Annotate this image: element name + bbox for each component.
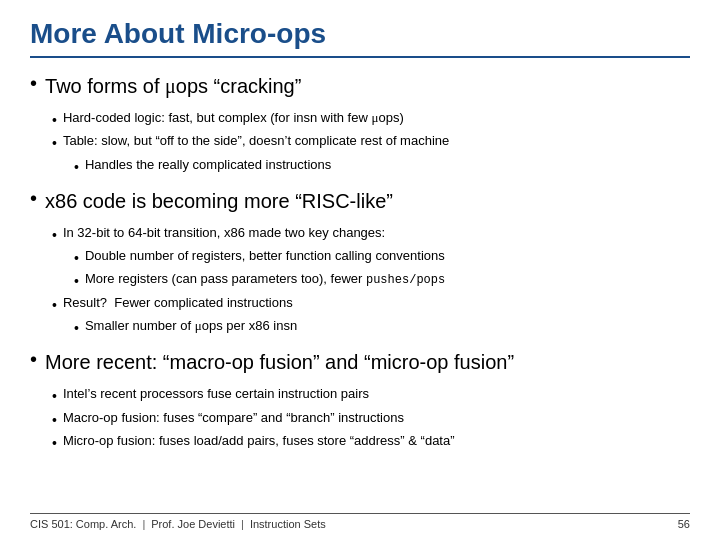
bullet-l2-2-2: • Result? Fewer complicated instructions (52, 294, 690, 315)
bullet-dot: • (30, 185, 37, 211)
bullet-l2-1-2: • Table: slow, but “off to the side”, do… (52, 132, 690, 153)
slide-footer: CIS 501: Comp. Arch. | Prof. Joe Deviett… (30, 513, 690, 530)
slide: More About Micro-ops • Two forms of μops… (0, 0, 720, 540)
bullet-dot: • (52, 295, 57, 315)
bullet-l2-3-1: • Intel’s recent processors fuse certain… (52, 385, 690, 406)
bullet-dot: • (52, 110, 57, 130)
footer-sep-2: | (241, 518, 244, 530)
footer-left: CIS 501: Comp. Arch. | Prof. Joe Deviett… (30, 518, 326, 530)
bullet-dot: • (30, 70, 37, 96)
bullet-dot: • (52, 386, 57, 406)
slide-title: More About Micro-ops (30, 18, 690, 58)
bullet-l3-2-1-1: • Double number of registers, better fun… (74, 247, 690, 268)
section-1: • Two forms of μops “cracking” • Hard-co… (30, 72, 690, 177)
bullet-text: Smaller number of μops per x86 insn (85, 317, 690, 336)
bullet-l2-3-3: • Micro-op fusion: fuses load/add pairs,… (52, 432, 690, 453)
bullet-l3-2-2-1: • Smaller number of μops per x86 insn (74, 317, 690, 338)
bullet-text: More registers (can pass parameters too)… (85, 270, 690, 289)
footer-sep-1: | (142, 518, 145, 530)
bullet-l1-1: • Two forms of μops “cracking” (30, 72, 690, 101)
bullet-l2-1-1: • Hard-coded logic: fast, but complex (f… (52, 109, 690, 130)
footer-topic: Instruction Sets (250, 518, 326, 530)
bullet-dot: • (74, 157, 79, 177)
footer-professor: Prof. Joe Devietti (151, 518, 235, 530)
bullet-dot: • (30, 346, 37, 372)
bullet-dot: • (74, 248, 79, 268)
bullet-l3-2-1-2: • More registers (can pass parameters to… (74, 270, 690, 291)
bullet-text: Two forms of μops “cracking” (45, 72, 690, 101)
bullet-dot: • (74, 318, 79, 338)
bullet-l1-3: • More recent: “macro-op fusion” and “mi… (30, 348, 690, 377)
bullet-text: Result? Fewer complicated instructions (63, 294, 690, 313)
footer-page: 56 (678, 518, 690, 530)
bullet-text: x86 code is becoming more “RISC-like” (45, 187, 690, 216)
bullet-text: Handles the really complicated instructi… (85, 156, 690, 175)
bullet-text: Table: slow, but “off to the side”, does… (63, 132, 690, 151)
bullet-text: More recent: “macro-op fusion” and “micr… (45, 348, 690, 377)
bullet-text: Hard-coded logic: fast, but complex (for… (63, 109, 690, 128)
slide-content: • Two forms of μops “cracking” • Hard-co… (30, 72, 690, 513)
footer-course: CIS 501: Comp. Arch. (30, 518, 136, 530)
section-3: • More recent: “macro-op fusion” and “mi… (30, 348, 690, 453)
bullet-text: Double number of registers, better funct… (85, 247, 690, 266)
bullet-dot: • (52, 225, 57, 245)
bullet-text: Micro-op fusion: fuses load/add pairs, f… (63, 432, 690, 451)
bullet-l1-2: • x86 code is becoming more “RISC-like” (30, 187, 690, 216)
bullet-text: Intel’s recent processors fuse certain i… (63, 385, 690, 404)
bullet-text: Macro-op fusion: fuses “compare” and “br… (63, 409, 690, 428)
bullet-l2-2-1: • In 32-bit to 64-bit transition, x86 ma… (52, 224, 690, 245)
section-2: • x86 code is becoming more “RISC-like” … (30, 187, 690, 338)
bullet-l2-3-2: • Macro-op fusion: fuses “compare” and “… (52, 409, 690, 430)
bullet-dot: • (52, 410, 57, 430)
bullet-text: In 32-bit to 64-bit transition, x86 made… (63, 224, 690, 243)
bullet-dot: • (52, 133, 57, 153)
bullet-dot: • (74, 271, 79, 291)
bullet-l3-1-2-1: • Handles the really complicated instruc… (74, 156, 690, 177)
bullet-dot: • (52, 433, 57, 453)
